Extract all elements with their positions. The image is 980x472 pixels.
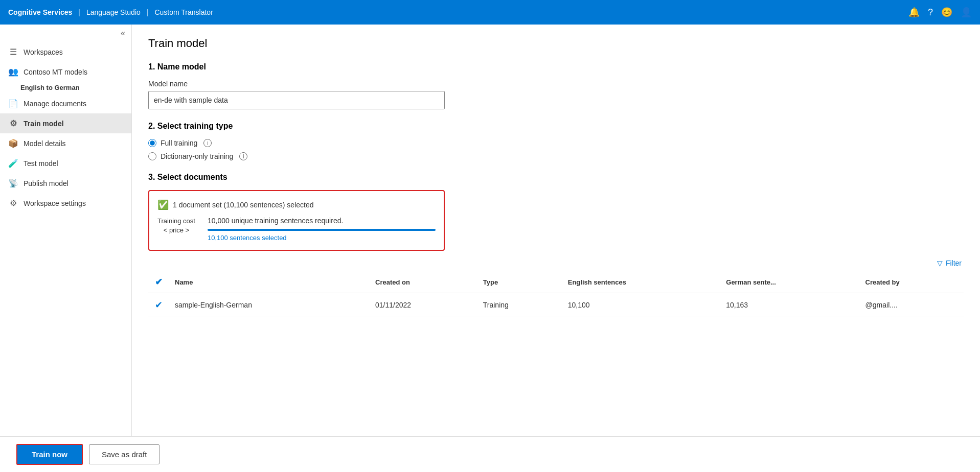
row-created-by: @gmail.... [859, 293, 964, 317]
doc-selection-header: ✅ 1 document set (10,100 sentences) sele… [157, 199, 436, 210]
custom-translator-link[interactable]: Custom Translator [154, 8, 213, 16]
page-title: Train model [148, 37, 964, 50]
manage-docs-icon: 📄 [8, 99, 18, 108]
filter-bar: ▽ Filter [148, 259, 964, 267]
col-checkbox: ✔ [148, 271, 169, 293]
sidebar-collapse-button[interactable]: « [0, 25, 131, 42]
sidebar-label-train-model: Train model [24, 120, 64, 128]
save-draft-button[interactable]: Save as draft [89, 444, 159, 464]
row-german-sentences: 10,163 [720, 293, 859, 317]
section2-heading: 2. Select training type [148, 122, 964, 131]
cost-progress-fill [208, 229, 436, 231]
model-name-input[interactable] [148, 91, 445, 109]
model-name-label: Model name [148, 80, 964, 88]
publish-model-icon: 📡 [8, 178, 18, 188]
col-created-on: Created on [369, 271, 477, 293]
training-type-group: Full training i Dictionary-only training… [148, 139, 964, 160]
sidebar-label-workspace-settings: Workspace settings [24, 199, 86, 207]
table-header-row: ✔ Name Created on Type English sentences… [148, 271, 964, 293]
sidebar-label-contoso: Contoso MT models [24, 68, 87, 76]
dict-only-radio[interactable] [148, 152, 156, 160]
row-english-sentences: 10,100 [562, 293, 720, 317]
sidebar-item-publish-model[interactable]: 📡 Publish model [0, 173, 131, 193]
row-name: sample-English-German [169, 293, 369, 317]
train-now-button[interactable]: Train now [16, 444, 83, 465]
documents-table: ✔ Name Created on Type English sentences… [148, 271, 964, 317]
main-content: Train model 1. Name model Model name 2. … [132, 25, 980, 436]
sidebar-label-workspaces: Workspaces [24, 48, 63, 56]
contoso-icon: 👥 [8, 67, 18, 77]
top-nav: Cognitive Services | Language Studio | C… [0, 0, 980, 25]
sidebar-label-model-details: Model details [24, 139, 66, 148]
col-type: Type [477, 271, 562, 293]
full-training-radio[interactable] [148, 139, 156, 147]
cost-row: Training cost< price > 10,000 unique tra… [157, 217, 436, 242]
language-studio-link[interactable]: Language Studio [86, 8, 141, 16]
sidebar: « ☰ Workspaces 👥 Contoso MT models Engli… [0, 25, 132, 436]
cost-details: 10,000 unique training sentences require… [208, 217, 436, 242]
sidebar-label-test-model: Test model [24, 159, 58, 168]
section1-heading: 1. Name model [148, 62, 964, 72]
row-check-icon: ✔ [155, 300, 163, 310]
test-model-icon: 🧪 [8, 158, 18, 168]
full-training-label: Full training [161, 139, 197, 147]
model-details-icon: 📦 [8, 138, 18, 148]
full-training-option[interactable]: Full training i [148, 139, 964, 147]
train-model-icon: ⚙ [8, 119, 18, 128]
row-created-on: 01/11/2022 [369, 293, 477, 317]
cost-progress-bar [208, 229, 436, 231]
dict-only-label: Dictionary-only training [161, 152, 233, 160]
sidebar-item-workspace-settings[interactable]: ⚙ Workspace settings [0, 193, 131, 213]
col-german-sentences: German sente... [720, 271, 859, 293]
nav-icons: 🔔 ? 😊 👤 [908, 7, 972, 18]
doc-selected-text: 1 document set (10,100 sentences) select… [173, 201, 314, 209]
sidebar-item-english-german[interactable]: English to German [0, 82, 131, 93]
filter-label: Filter [946, 259, 962, 267]
header-check-icon[interactable]: ✔ [155, 277, 163, 287]
sidebar-item-test-model[interactable]: 🧪 Test model [0, 153, 131, 173]
sidebar-item-manage-documents[interactable]: 📄 Manage documents [0, 93, 131, 113]
filter-button[interactable]: ▽ Filter [937, 259, 962, 267]
full-training-info-icon[interactable]: i [203, 139, 212, 147]
cost-required-text: 10,000 unique training sentences require… [208, 217, 436, 225]
col-created-by: Created by [859, 271, 964, 293]
workspace-settings-icon: ⚙ [8, 198, 18, 208]
dict-only-option[interactable]: Dictionary-only training i [148, 152, 964, 160]
model-name-group: Model name [148, 80, 964, 109]
dict-only-info-icon[interactable]: i [239, 152, 247, 160]
account-icon[interactable]: 😊 [941, 7, 952, 18]
sidebar-label-publish-model: Publish model [24, 179, 69, 187]
sidebar-item-train-model[interactable]: ⚙ Train model [0, 113, 131, 133]
cost-selected-text: 10,100 sentences selected [208, 234, 436, 242]
profile-icon[interactable]: 👤 [961, 7, 972, 18]
help-icon[interactable]: ? [928, 7, 933, 18]
row-type: Training [477, 293, 562, 317]
row-checkbox-cell[interactable]: ✔ [148, 293, 169, 317]
sidebar-item-contoso-mt[interactable]: 👥 Contoso MT models [0, 62, 131, 82]
filter-icon: ▽ [937, 259, 943, 267]
nav-sep-1: | [78, 8, 80, 16]
main-layout: « ☰ Workspaces 👥 Contoso MT models Engli… [0, 25, 980, 436]
sidebar-label-manage-docs: Manage documents [24, 100, 86, 108]
collapse-icon: « [121, 29, 125, 38]
action-bar: Train now Save as draft [0, 436, 980, 472]
doc-selection-box: ✅ 1 document set (10,100 sentences) sele… [148, 190, 445, 251]
sidebar-label-english-german: English to German [20, 84, 80, 91]
col-name: Name [169, 271, 369, 293]
sidebar-item-workspaces[interactable]: ☰ Workspaces [0, 42, 131, 62]
selection-check-icon: ✅ [157, 199, 169, 210]
workspaces-icon: ☰ [8, 47, 18, 57]
sidebar-item-model-details[interactable]: 📦 Model details [0, 133, 131, 153]
notification-icon[interactable]: 🔔 [908, 7, 920, 18]
table-row: ✔ sample-English-German 01/11/2022 Train… [148, 293, 964, 317]
nav-sep-2: | [147, 8, 149, 16]
section3-heading: 3. Select documents [148, 173, 964, 182]
cost-label: Training cost< price > [157, 217, 195, 235]
col-english-sentences: English sentences [562, 271, 720, 293]
brand-label: Cognitive Services [8, 8, 72, 16]
